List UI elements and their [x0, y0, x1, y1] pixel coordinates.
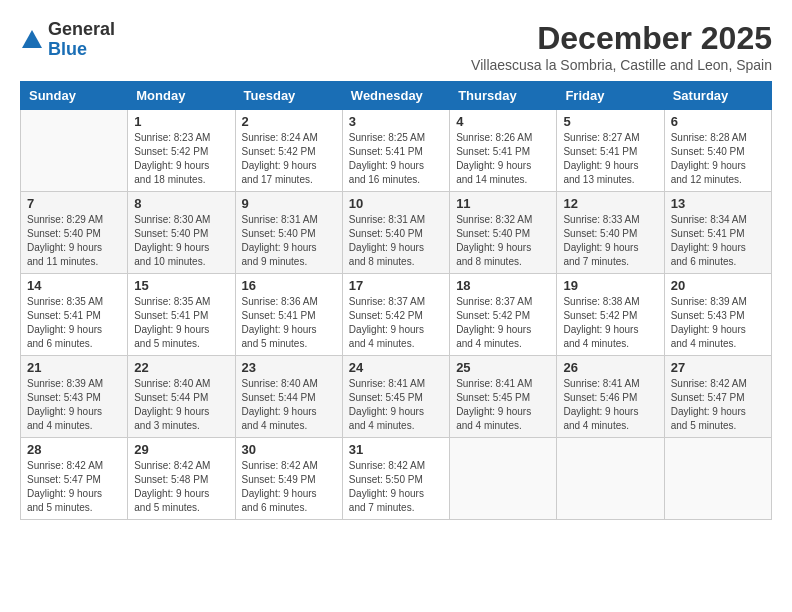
day-cell: 25Sunrise: 8:41 AM Sunset: 5:45 PM Dayli…	[450, 356, 557, 438]
day-info: Sunrise: 8:42 AM Sunset: 5:50 PM Dayligh…	[349, 459, 443, 515]
day-cell: 23Sunrise: 8:40 AM Sunset: 5:44 PM Dayli…	[235, 356, 342, 438]
logo: General Blue	[20, 20, 115, 60]
day-cell: 24Sunrise: 8:41 AM Sunset: 5:45 PM Dayli…	[342, 356, 449, 438]
day-number: 9	[242, 196, 336, 211]
day-number: 23	[242, 360, 336, 375]
day-cell: 4Sunrise: 8:26 AM Sunset: 5:41 PM Daylig…	[450, 110, 557, 192]
day-info: Sunrise: 8:41 AM Sunset: 5:45 PM Dayligh…	[349, 377, 443, 433]
day-cell: 18Sunrise: 8:37 AM Sunset: 5:42 PM Dayli…	[450, 274, 557, 356]
day-cell: 9Sunrise: 8:31 AM Sunset: 5:40 PM Daylig…	[235, 192, 342, 274]
day-number: 1	[134, 114, 228, 129]
day-number: 30	[242, 442, 336, 457]
day-info: Sunrise: 8:23 AM Sunset: 5:42 PM Dayligh…	[134, 131, 228, 187]
day-cell: 30Sunrise: 8:42 AM Sunset: 5:49 PM Dayli…	[235, 438, 342, 520]
day-cell: 22Sunrise: 8:40 AM Sunset: 5:44 PM Dayli…	[128, 356, 235, 438]
header-row: SundayMondayTuesdayWednesdayThursdayFrid…	[21, 82, 772, 110]
week-row: 1Sunrise: 8:23 AM Sunset: 5:42 PM Daylig…	[21, 110, 772, 192]
day-number: 26	[563, 360, 657, 375]
day-cell: 15Sunrise: 8:35 AM Sunset: 5:41 PM Dayli…	[128, 274, 235, 356]
day-number: 31	[349, 442, 443, 457]
day-number: 28	[27, 442, 121, 457]
header-cell-saturday: Saturday	[664, 82, 771, 110]
day-cell: 10Sunrise: 8:31 AM Sunset: 5:40 PM Dayli…	[342, 192, 449, 274]
day-number: 14	[27, 278, 121, 293]
day-info: Sunrise: 8:37 AM Sunset: 5:42 PM Dayligh…	[349, 295, 443, 351]
day-cell: 19Sunrise: 8:38 AM Sunset: 5:42 PM Dayli…	[557, 274, 664, 356]
day-cell	[450, 438, 557, 520]
day-info: Sunrise: 8:25 AM Sunset: 5:41 PM Dayligh…	[349, 131, 443, 187]
week-row: 7Sunrise: 8:29 AM Sunset: 5:40 PM Daylig…	[21, 192, 772, 274]
day-info: Sunrise: 8:42 AM Sunset: 5:48 PM Dayligh…	[134, 459, 228, 515]
day-info: Sunrise: 8:32 AM Sunset: 5:40 PM Dayligh…	[456, 213, 550, 269]
day-cell: 31Sunrise: 8:42 AM Sunset: 5:50 PM Dayli…	[342, 438, 449, 520]
day-info: Sunrise: 8:35 AM Sunset: 5:41 PM Dayligh…	[134, 295, 228, 351]
day-info: Sunrise: 8:36 AM Sunset: 5:41 PM Dayligh…	[242, 295, 336, 351]
day-cell: 28Sunrise: 8:42 AM Sunset: 5:47 PM Dayli…	[21, 438, 128, 520]
day-number: 8	[134, 196, 228, 211]
day-number: 12	[563, 196, 657, 211]
day-cell: 20Sunrise: 8:39 AM Sunset: 5:43 PM Dayli…	[664, 274, 771, 356]
header-cell-wednesday: Wednesday	[342, 82, 449, 110]
calendar-table: SundayMondayTuesdayWednesdayThursdayFrid…	[20, 81, 772, 520]
logo-text: General Blue	[48, 20, 115, 60]
day-cell: 8Sunrise: 8:30 AM Sunset: 5:40 PM Daylig…	[128, 192, 235, 274]
day-number: 24	[349, 360, 443, 375]
day-info: Sunrise: 8:41 AM Sunset: 5:46 PM Dayligh…	[563, 377, 657, 433]
day-info: Sunrise: 8:42 AM Sunset: 5:47 PM Dayligh…	[27, 459, 121, 515]
logo-general-text: General	[48, 20, 115, 40]
day-cell: 11Sunrise: 8:32 AM Sunset: 5:40 PM Dayli…	[450, 192, 557, 274]
day-number: 4	[456, 114, 550, 129]
header-cell-sunday: Sunday	[21, 82, 128, 110]
day-info: Sunrise: 8:39 AM Sunset: 5:43 PM Dayligh…	[671, 295, 765, 351]
logo-icon	[20, 28, 44, 52]
page-header: General Blue December 2025 Villaescusa l…	[20, 20, 772, 73]
day-cell: 3Sunrise: 8:25 AM Sunset: 5:41 PM Daylig…	[342, 110, 449, 192]
day-number: 22	[134, 360, 228, 375]
day-cell: 6Sunrise: 8:28 AM Sunset: 5:40 PM Daylig…	[664, 110, 771, 192]
day-cell: 26Sunrise: 8:41 AM Sunset: 5:46 PM Dayli…	[557, 356, 664, 438]
day-cell: 16Sunrise: 8:36 AM Sunset: 5:41 PM Dayli…	[235, 274, 342, 356]
day-number: 27	[671, 360, 765, 375]
day-info: Sunrise: 8:41 AM Sunset: 5:45 PM Dayligh…	[456, 377, 550, 433]
calendar-body: 1Sunrise: 8:23 AM Sunset: 5:42 PM Daylig…	[21, 110, 772, 520]
day-cell: 1Sunrise: 8:23 AM Sunset: 5:42 PM Daylig…	[128, 110, 235, 192]
day-cell: 17Sunrise: 8:37 AM Sunset: 5:42 PM Dayli…	[342, 274, 449, 356]
day-cell: 21Sunrise: 8:39 AM Sunset: 5:43 PM Dayli…	[21, 356, 128, 438]
day-cell: 2Sunrise: 8:24 AM Sunset: 5:42 PM Daylig…	[235, 110, 342, 192]
day-number: 16	[242, 278, 336, 293]
week-row: 28Sunrise: 8:42 AM Sunset: 5:47 PM Dayli…	[21, 438, 772, 520]
calendar-header: SundayMondayTuesdayWednesdayThursdayFrid…	[21, 82, 772, 110]
day-number: 21	[27, 360, 121, 375]
day-cell	[664, 438, 771, 520]
day-cell: 13Sunrise: 8:34 AM Sunset: 5:41 PM Dayli…	[664, 192, 771, 274]
day-number: 3	[349, 114, 443, 129]
day-cell: 29Sunrise: 8:42 AM Sunset: 5:48 PM Dayli…	[128, 438, 235, 520]
svg-marker-0	[22, 30, 42, 48]
day-info: Sunrise: 8:34 AM Sunset: 5:41 PM Dayligh…	[671, 213, 765, 269]
day-number: 15	[134, 278, 228, 293]
day-info: Sunrise: 8:30 AM Sunset: 5:40 PM Dayligh…	[134, 213, 228, 269]
location-subtitle: Villaescusa la Sombria, Castille and Leo…	[471, 57, 772, 73]
day-info: Sunrise: 8:39 AM Sunset: 5:43 PM Dayligh…	[27, 377, 121, 433]
day-number: 2	[242, 114, 336, 129]
week-row: 21Sunrise: 8:39 AM Sunset: 5:43 PM Dayli…	[21, 356, 772, 438]
day-cell	[21, 110, 128, 192]
day-info: Sunrise: 8:35 AM Sunset: 5:41 PM Dayligh…	[27, 295, 121, 351]
day-info: Sunrise: 8:27 AM Sunset: 5:41 PM Dayligh…	[563, 131, 657, 187]
day-info: Sunrise: 8:38 AM Sunset: 5:42 PM Dayligh…	[563, 295, 657, 351]
day-cell: 27Sunrise: 8:42 AM Sunset: 5:47 PM Dayli…	[664, 356, 771, 438]
day-info: Sunrise: 8:28 AM Sunset: 5:40 PM Dayligh…	[671, 131, 765, 187]
month-title: December 2025	[471, 20, 772, 57]
day-number: 13	[671, 196, 765, 211]
day-cell: 12Sunrise: 8:33 AM Sunset: 5:40 PM Dayli…	[557, 192, 664, 274]
day-info: Sunrise: 8:31 AM Sunset: 5:40 PM Dayligh…	[242, 213, 336, 269]
day-number: 10	[349, 196, 443, 211]
day-info: Sunrise: 8:24 AM Sunset: 5:42 PM Dayligh…	[242, 131, 336, 187]
day-cell	[557, 438, 664, 520]
day-cell: 14Sunrise: 8:35 AM Sunset: 5:41 PM Dayli…	[21, 274, 128, 356]
header-cell-tuesday: Tuesday	[235, 82, 342, 110]
day-number: 25	[456, 360, 550, 375]
header-cell-thursday: Thursday	[450, 82, 557, 110]
day-number: 18	[456, 278, 550, 293]
day-number: 6	[671, 114, 765, 129]
